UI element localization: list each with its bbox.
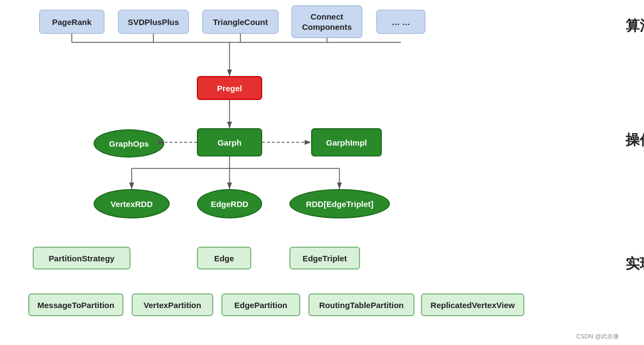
box-replicatedvertexview: ReplicatedVertexView [421,293,524,316]
box-edgetriplet: EdgeTriplet [289,247,360,269]
diagram-container: 算法 操作 实现 PageRank SVDPlusPlus TriangleCo… [23,0,621,345]
watermark: CSDN @武亦康 [577,333,619,341]
box-connectcomponents: Connect Components [292,5,362,38]
box-graphimpl: GarphImpl [311,128,382,156]
label-shixian: 实现 [626,254,644,273]
box-messagetopartition: MessageToPartition [28,293,123,316]
box-vertexrdd: VertexRDD [94,189,170,218]
box-edge: Edge [197,247,251,269]
box-routingtablepartition: RoutingTablePartition [308,293,414,316]
box-dotdot: … … [376,10,425,34]
box-vertexpartition: VertexPartition [132,293,213,316]
box-graphops: GraphOps [94,129,164,158]
box-partitionstrategy: PartitionStrategy [33,247,131,269]
box-rddedgetriplet: RDD[EdgeTriplet] [289,189,390,218]
label-suanfa: 算法 [626,16,644,35]
box-graph: Garph [197,128,262,156]
box-pagerank: PageRank [39,10,104,34]
box-trianglecount: TriangleCount [202,10,278,34]
box-edgepartition: EdgePartition [221,293,300,316]
label-caozuo: 操作 [626,130,644,149]
box-svdplusplus: SVDPlusPlus [118,10,189,34]
box-pregel: Pregel [197,76,262,100]
box-edgerdd: EdgeRDD [197,189,262,218]
